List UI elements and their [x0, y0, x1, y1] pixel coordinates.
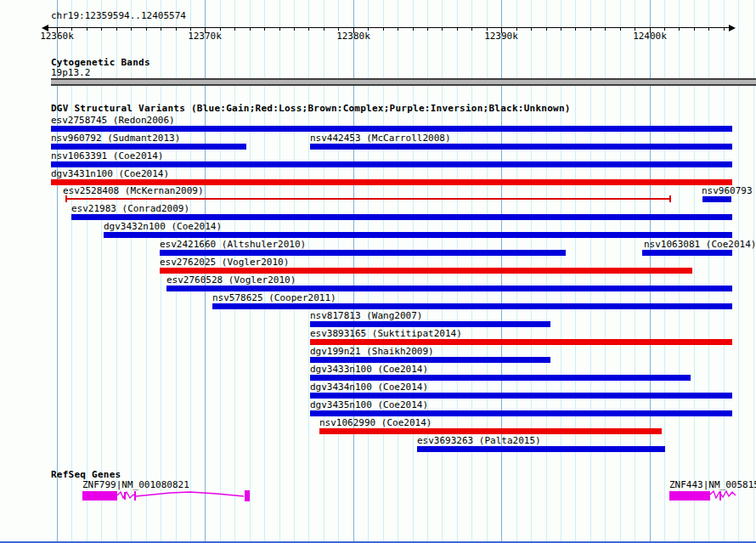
variant-bar-gain[interactable] [310, 357, 550, 363]
ruler-tick [250, 27, 251, 31]
gene-exon-box[interactable] [669, 491, 710, 501]
variant-bar-gain[interactable] [310, 410, 732, 416]
refseq-section-title: RefSeq Genes [51, 470, 121, 479]
dgv-section-title: DGV Structural Variants (Blue:Gain;Red:L… [51, 104, 571, 113]
ruler-tick [131, 27, 132, 31]
ruler-tick [590, 27, 591, 31]
variant-label: dgv3435n100 (Coe2014) [310, 400, 428, 410]
variant-bar-gain[interactable] [417, 446, 665, 452]
variant-label: dgv3434n100 (Coe2014) [310, 382, 428, 392]
variant-bar-gain[interactable] [310, 393, 732, 399]
ruler-tick-label: 12370k [188, 31, 222, 41]
variant-bar-gain[interactable] [310, 375, 691, 381]
ruler-tick [620, 27, 621, 31]
ruler-axis-line [48, 27, 729, 28]
gene-exon-box[interactable] [82, 491, 117, 501]
gene-exon-tick[interactable] [245, 490, 250, 501]
variant-label: esv3893165 (Suktitipat2014) [310, 329, 462, 338]
ruler-tick [575, 27, 576, 31]
variant-label: nsv1062990 (Coe2014) [319, 418, 432, 427]
ruler-tick [679, 27, 680, 31]
variant-bar-gain[interactable] [310, 144, 732, 150]
ruler-tick [294, 27, 295, 31]
ruler-tick [561, 27, 561, 31]
genome-browser-track-view: chr19:12359594..12405574 12360k12370k123… [0, 0, 756, 543]
variant-label: dgv3433n100 (Coe2014) [310, 365, 428, 374]
variant-bar-gain[interactable] [160, 250, 566, 256]
variant-bar-gain[interactable] [642, 250, 732, 256]
variant-label: esv2528408 (McKernan2009) [63, 186, 204, 195]
variant-bar-gain[interactable] [166, 286, 732, 291]
ruler-tick [146, 27, 147, 31]
variant-label: esv3693263 (Palta2015) [417, 436, 541, 445]
ruler-tick [413, 27, 414, 31]
ruler-tick [324, 27, 324, 31]
variant-label: esv2760528 (Vogler2010) [166, 275, 296, 285]
ruler-tick [161, 27, 161, 31]
ibeam-line [65, 198, 671, 200]
ruler-tick [234, 27, 235, 31]
ibeam-left-cap [65, 195, 67, 202]
variant-label: nsv960793 ( [702, 186, 756, 195]
ruler-tick [308, 27, 309, 31]
ruler-tick-label: 12400k [633, 31, 667, 41]
ruler-tick [427, 27, 428, 31]
ruler-tick [116, 27, 117, 31]
variant-label: dgv199n21 (Shaikh2009) [310, 347, 434, 356]
ruler-tick [442, 27, 443, 31]
ruler-tick [546, 27, 547, 31]
ruler-tick [605, 27, 606, 31]
variant-bar-loss[interactable] [319, 428, 662, 434]
gene-intron-line [117, 492, 244, 498]
ruler-tick-label: 12380k [336, 31, 370, 41]
ruler-tick [176, 27, 177, 31]
ibeam-right-cap [669, 195, 671, 202]
ruler-tick [471, 27, 472, 31]
variant-bar-loss[interactable] [160, 268, 692, 274]
cytoband-bar[interactable] [51, 78, 756, 86]
variant-bar-gain[interactable] [51, 161, 732, 167]
variant-bar-gain[interactable] [51, 126, 732, 132]
variant-label: nsv960792 (Sudmant2013) [51, 133, 180, 143]
variant-bar-loss[interactable] [310, 339, 732, 345]
gene-label: ZNF443|NM_005815 [669, 480, 756, 489]
ruler-tick [708, 27, 709, 31]
ruler-tick [724, 27, 725, 31]
variant-bar-gain[interactable] [212, 303, 732, 309]
gene-label: ZNF799|NM_001080821 [82, 480, 189, 489]
variant-label: nsv1063081 (Coe2014) [644, 240, 756, 249]
variant-label: esv2758745 (Redon2006) [51, 116, 175, 125]
variant-label: esv2421660 (Altshuler2010) [160, 240, 306, 249]
ruler-tick [398, 27, 398, 31]
ruler-tick [264, 27, 265, 31]
ruler-tick [383, 27, 384, 31]
ruler-tick [531, 27, 532, 31]
variant-label: nsv442453 (McCarroll2008) [310, 133, 451, 143]
variant-bar-loss[interactable] [51, 179, 732, 185]
cytoband-label: 19p13.2 [51, 68, 90, 77]
variant-label: esv2762025 (Vogler2010) [160, 257, 289, 267]
ruler-tick [694, 27, 695, 31]
ruler-tick [457, 27, 458, 31]
region-title: chr19:12359594..12405574 [51, 11, 186, 20]
ruler-tick-label: 12390k [484, 31, 518, 41]
gene-exon-tick[interactable] [134, 491, 136, 501]
variant-label: nsv578625 (Cooper2011) [212, 293, 336, 303]
variant-label: esv21983 (Conrad2009) [71, 204, 189, 213]
variant-label: nsv1063391 (Coe2014) [51, 151, 163, 161]
variant-bar-gain[interactable] [310, 321, 550, 327]
variant-bar-gain[interactable] [104, 232, 732, 238]
variant-bar-gain[interactable] [71, 214, 732, 220]
ruler-right-arrow-icon [729, 25, 736, 31]
gene-exon-tick[interactable] [719, 491, 721, 501]
gene-exon-tick[interactable] [124, 492, 126, 500]
variant-label: nsv817813 (Wang2007) [310, 311, 422, 320]
ruler-tick [101, 27, 102, 31]
variant-label: dgv3432n100 (Coe2014) [104, 222, 222, 231]
ruler-tick [279, 27, 280, 31]
ruler-tick-label: 12360k [40, 31, 74, 41]
variant-bar-gain[interactable] [51, 144, 246, 150]
ruler-tick [87, 27, 87, 31]
variant-bar-ibeam[interactable] [65, 195, 671, 202]
variant-bar-gain[interactable] [702, 196, 731, 202]
